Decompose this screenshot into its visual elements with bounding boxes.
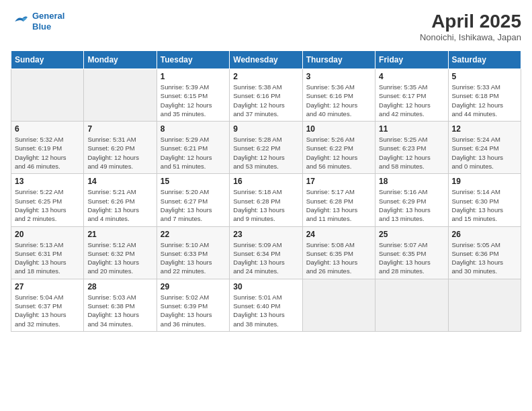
day-info: Sunrise: 5:12 AM Sunset: 6:32 PM Dayligh… xyxy=(87,240,152,276)
day-cell: 19Sunrise: 5:14 AM Sunset: 6:30 PM Dayli… xyxy=(448,174,521,226)
day-cell: 12Sunrise: 5:24 AM Sunset: 6:24 PM Dayli… xyxy=(448,122,521,174)
day-info: Sunrise: 5:36 AM Sunset: 6:16 PM Dayligh… xyxy=(306,83,371,118)
day-number: 6 xyxy=(15,124,80,134)
day-number: 23 xyxy=(233,230,298,239)
day-cell xyxy=(448,279,521,331)
day-number: 8 xyxy=(161,124,226,134)
day-number: 28 xyxy=(87,282,152,291)
day-info: Sunrise: 5:05 AM Sunset: 6:36 PM Dayligh… xyxy=(452,240,517,276)
day-info: Sunrise: 5:18 AM Sunset: 6:28 PM Dayligh… xyxy=(233,187,298,223)
header-wednesday: Wednesday xyxy=(230,51,302,69)
header-monday: Monday xyxy=(84,51,157,69)
day-cell: 10Sunrise: 5:26 AM Sunset: 6:22 PM Dayli… xyxy=(302,122,375,174)
day-info: Sunrise: 5:35 AM Sunset: 6:17 PM Dayligh… xyxy=(379,83,444,118)
logo-text: General Blue xyxy=(32,11,64,32)
day-info: Sunrise: 5:24 AM Sunset: 6:24 PM Dayligh… xyxy=(452,135,517,171)
day-cell: 4Sunrise: 5:35 AM Sunset: 6:17 PM Daylig… xyxy=(375,69,448,122)
header-tuesday: Tuesday xyxy=(157,51,229,69)
day-info: Sunrise: 5:29 AM Sunset: 6:21 PM Dayligh… xyxy=(161,135,226,171)
page-header: General Blue April 2025 Nonoichi, Ishika… xyxy=(11,11,521,42)
header-sunday: Sunday xyxy=(11,51,84,69)
day-cell: 14Sunrise: 5:21 AM Sunset: 6:26 PM Dayli… xyxy=(84,174,157,226)
day-info: Sunrise: 5:10 AM Sunset: 6:33 PM Dayligh… xyxy=(161,240,226,276)
day-info: Sunrise: 5:07 AM Sunset: 6:35 PM Dayligh… xyxy=(379,240,444,276)
day-number: 7 xyxy=(87,124,152,134)
day-cell: 18Sunrise: 5:16 AM Sunset: 6:29 PM Dayli… xyxy=(375,174,448,226)
week-row-1: 1Sunrise: 5:39 AM Sunset: 6:15 PM Daylig… xyxy=(11,69,521,122)
day-info: Sunrise: 5:02 AM Sunset: 6:39 PM Dayligh… xyxy=(161,293,226,328)
day-info: Sunrise: 5:25 AM Sunset: 6:23 PM Dayligh… xyxy=(379,135,444,171)
day-info: Sunrise: 5:28 AM Sunset: 6:22 PM Dayligh… xyxy=(233,135,298,171)
day-number: 21 xyxy=(87,230,152,239)
day-number: 4 xyxy=(379,72,444,81)
day-number: 15 xyxy=(161,177,226,186)
day-number: 12 xyxy=(452,124,517,134)
day-number: 30 xyxy=(233,282,298,291)
day-cell: 27Sunrise: 5:04 AM Sunset: 6:37 PM Dayli… xyxy=(11,279,84,331)
day-number: 29 xyxy=(161,282,226,291)
day-info: Sunrise: 5:20 AM Sunset: 6:27 PM Dayligh… xyxy=(161,187,226,223)
day-number: 20 xyxy=(15,230,80,239)
day-info: Sunrise: 5:08 AM Sunset: 6:35 PM Dayligh… xyxy=(306,240,371,276)
day-info: Sunrise: 5:09 AM Sunset: 6:34 PM Dayligh… xyxy=(233,240,298,276)
day-info: Sunrise: 5:26 AM Sunset: 6:22 PM Dayligh… xyxy=(306,135,371,171)
day-cell: 26Sunrise: 5:05 AM Sunset: 6:36 PM Dayli… xyxy=(448,226,521,279)
day-number: 16 xyxy=(233,177,298,186)
day-number: 2 xyxy=(233,72,298,81)
day-number: 9 xyxy=(233,124,298,134)
day-info: Sunrise: 5:38 AM Sunset: 6:16 PM Dayligh… xyxy=(233,83,298,118)
day-cell: 13Sunrise: 5:22 AM Sunset: 6:25 PM Dayli… xyxy=(11,174,84,226)
day-number: 22 xyxy=(161,230,226,239)
calendar-table: SundayMondayTuesdayWednesdayThursdayFrid… xyxy=(11,50,521,332)
day-info: Sunrise: 5:13 AM Sunset: 6:31 PM Dayligh… xyxy=(15,240,80,276)
day-number: 5 xyxy=(452,72,517,81)
week-row-4: 20Sunrise: 5:13 AM Sunset: 6:31 PM Dayli… xyxy=(11,226,521,279)
day-cell: 2Sunrise: 5:38 AM Sunset: 6:16 PM Daylig… xyxy=(230,69,302,122)
day-info: Sunrise: 5:22 AM Sunset: 6:25 PM Dayligh… xyxy=(15,187,80,223)
day-cell: 5Sunrise: 5:33 AM Sunset: 6:18 PM Daylig… xyxy=(448,69,521,122)
day-cell xyxy=(302,279,375,331)
day-number: 19 xyxy=(452,177,517,186)
day-cell: 25Sunrise: 5:07 AM Sunset: 6:35 PM Dayli… xyxy=(375,226,448,279)
header-friday: Friday xyxy=(375,51,448,69)
day-cell xyxy=(11,69,84,122)
week-row-3: 13Sunrise: 5:22 AM Sunset: 6:25 PM Dayli… xyxy=(11,174,521,226)
day-info: Sunrise: 5:39 AM Sunset: 6:15 PM Dayligh… xyxy=(161,83,226,118)
day-cell: 16Sunrise: 5:18 AM Sunset: 6:28 PM Dayli… xyxy=(230,174,302,226)
logo-icon xyxy=(11,12,30,31)
title-block: April 2025 Nonoichi, Ishikawa, Japan xyxy=(420,11,521,42)
day-cell: 23Sunrise: 5:09 AM Sunset: 6:34 PM Dayli… xyxy=(230,226,302,279)
day-info: Sunrise: 5:32 AM Sunset: 6:19 PM Dayligh… xyxy=(15,135,80,171)
day-info: Sunrise: 5:14 AM Sunset: 6:30 PM Dayligh… xyxy=(452,187,517,223)
day-cell: 6Sunrise: 5:32 AM Sunset: 6:19 PM Daylig… xyxy=(11,122,84,174)
day-cell: 15Sunrise: 5:20 AM Sunset: 6:27 PM Dayli… xyxy=(157,174,229,226)
week-row-2: 6Sunrise: 5:32 AM Sunset: 6:19 PM Daylig… xyxy=(11,122,521,174)
day-info: Sunrise: 5:21 AM Sunset: 6:26 PM Dayligh… xyxy=(87,187,152,223)
day-number: 26 xyxy=(452,230,517,239)
month-title: April 2025 xyxy=(420,11,521,32)
day-cell: 22Sunrise: 5:10 AM Sunset: 6:33 PM Dayli… xyxy=(157,226,229,279)
day-info: Sunrise: 5:03 AM Sunset: 6:38 PM Dayligh… xyxy=(87,293,152,328)
day-number: 14 xyxy=(87,177,152,186)
day-info: Sunrise: 5:31 AM Sunset: 6:20 PM Dayligh… xyxy=(87,135,152,171)
day-number: 17 xyxy=(306,177,371,186)
day-cell: 7Sunrise: 5:31 AM Sunset: 6:20 PM Daylig… xyxy=(84,122,157,174)
day-number: 24 xyxy=(306,230,371,239)
day-cell: 1Sunrise: 5:39 AM Sunset: 6:15 PM Daylig… xyxy=(157,69,229,122)
day-number: 3 xyxy=(306,72,371,81)
day-cell: 24Sunrise: 5:08 AM Sunset: 6:35 PM Dayli… xyxy=(302,226,375,279)
header-saturday: Saturday xyxy=(448,51,521,69)
day-cell: 30Sunrise: 5:01 AM Sunset: 6:40 PM Dayli… xyxy=(230,279,302,331)
day-info: Sunrise: 5:04 AM Sunset: 6:37 PM Dayligh… xyxy=(15,293,80,328)
day-info: Sunrise: 5:01 AM Sunset: 6:40 PM Dayligh… xyxy=(233,293,298,328)
day-number: 18 xyxy=(379,177,444,186)
day-number: 1 xyxy=(161,72,226,81)
day-cell: 29Sunrise: 5:02 AM Sunset: 6:39 PM Dayli… xyxy=(157,279,229,331)
day-cell: 20Sunrise: 5:13 AM Sunset: 6:31 PM Dayli… xyxy=(11,226,84,279)
day-cell: 9Sunrise: 5:28 AM Sunset: 6:22 PM Daylig… xyxy=(230,122,302,174)
day-info: Sunrise: 5:33 AM Sunset: 6:18 PM Dayligh… xyxy=(452,83,517,118)
day-number: 27 xyxy=(15,282,80,291)
day-cell xyxy=(84,69,157,122)
day-cell: 11Sunrise: 5:25 AM Sunset: 6:23 PM Dayli… xyxy=(375,122,448,174)
day-cell xyxy=(375,279,448,331)
